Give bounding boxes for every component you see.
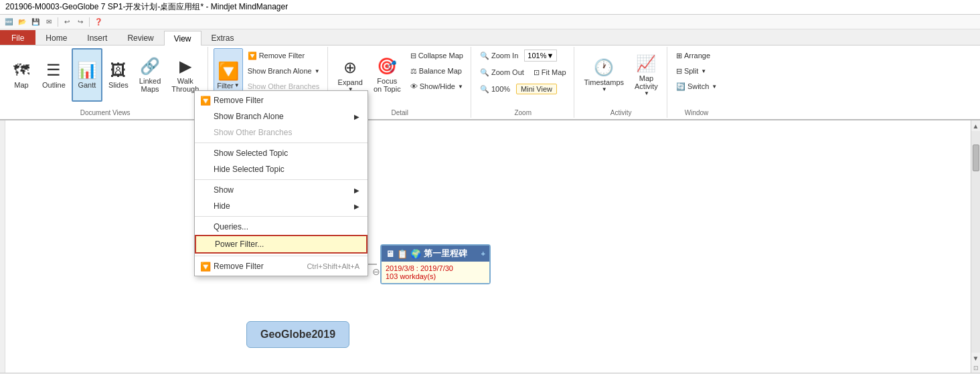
slides-icon: 🖼 (110, 61, 127, 80)
expand-label: Expand (338, 78, 363, 86)
timestamps-btn[interactable]: 🕐 Timestamps ▼ (580, 48, 629, 102)
filter-label-row: Filter ▼ (217, 82, 239, 90)
zoom-100-label: 100% (491, 85, 510, 93)
show-branch-alone-btn[interactable]: Show Branch Alone ▼ (244, 64, 323, 78)
zoom-content: 🔍 Zoom In 101% ▼ 🔍 Zoom Out ⊡ Fit Map (477, 48, 570, 108)
fit-map-icon: ⊡ (534, 68, 540, 77)
linked-maps-btn[interactable]: 🔗 LinkedMaps (135, 48, 165, 102)
qa-save-btn[interactable]: 💾 (29, 16, 42, 28)
menu-remove-filter-bottom-icon: 🔽 (200, 262, 211, 272)
arrange-btn[interactable]: ⊞ Arrange (673, 48, 720, 63)
task-node[interactable]: 🖥 📋 🌍 第一里程碑 + 2019/3/8 : 2019/7/30 103 w… (380, 244, 491, 284)
outline-btn[interactable]: ☰ Outline (37, 48, 70, 102)
map-activity-arrow: ▼ (644, 90, 649, 96)
tab-home[interactable]: Home (35, 30, 77, 45)
collapse-map-label: Collapse Map (418, 52, 463, 60)
zoom-in-btn[interactable]: 🔍 Zoom In (477, 48, 521, 63)
title-text: 201906-M0003-GeoGlobe 7 SP1-开发计划-桌面应用组* … (5, 1, 288, 13)
linked-maps-label: LinkedMaps (139, 77, 161, 93)
menu-queries[interactable]: Queries... (195, 219, 368, 235)
filter-label: Filter (217, 82, 233, 90)
menu-remove-filter-bottom-label: Remove Filter (214, 262, 264, 271)
detail-stack: ⊟ Collapse Map ⚖ Balance Map 👁 Show/Hide… (407, 48, 467, 94)
switch-btn[interactable]: 🔄 Switch ▼ (673, 79, 720, 94)
main-node-label: GeoGlobe2019 (260, 329, 335, 340)
tab-extras[interactable]: Extras (201, 30, 244, 45)
ribbon-tabs: File Home Insert Review View Extras (0, 29, 980, 45)
menu-remove-filter-top[interactable]: 🔽 Remove Filter (195, 92, 368, 108)
zoom-out-label: Zoom Out (491, 68, 524, 76)
ribbon-group-document-views: 🗺 Map ☰ Outline 📊 Gantt 🖼 Slides 🔗 Linke… (3, 47, 208, 118)
map-activity-icon: 📈 (636, 54, 656, 73)
qa-redo-btn[interactable]: ↪ (74, 16, 86, 28)
ribbon-group-zoom: 🔍 Zoom In 101% ▼ 🔍 Zoom Out ⊡ Fit Map (473, 47, 574, 118)
expand-icon: ⊕ (343, 58, 357, 77)
show-hide-btn[interactable]: 👁 Show/Hide ▼ (407, 79, 467, 94)
collapse-map-btn[interactable]: ⊟ Collapse Map (407, 48, 467, 63)
zoom-100-btn[interactable]: 🔍 100% (477, 82, 513, 96)
zoom-out-btn[interactable]: 🔍 Zoom Out (477, 65, 527, 80)
qa-send-btn[interactable]: ✉ (43, 16, 55, 28)
slides-label: Slides (108, 81, 129, 89)
split-btn[interactable]: ⊟ Split ▼ (673, 64, 720, 78)
menu-power-filter[interactable]: Power Filter... (195, 235, 368, 254)
show-hide-icon: 👁 (410, 82, 418, 90)
tab-view[interactable]: View (164, 31, 201, 45)
mini-view-btn[interactable]: Mini View (516, 84, 557, 94)
scroll-corner[interactable]: ⊡ (973, 363, 979, 373)
qa-new-btn[interactable]: 🆕 (3, 16, 15, 28)
map-btn[interactable]: 🗺 Map (7, 48, 36, 102)
gantt-btn[interactable]: 📊 Gantt (72, 48, 102, 102)
zoom-percent-arrow: ▼ (546, 52, 554, 60)
balance-map-icon: ⚖ (410, 67, 417, 76)
map-activity-label: MapActivity (635, 74, 658, 90)
qa-help-btn[interactable]: ❓ (92, 16, 104, 28)
walk-through-icon: ▶ (179, 57, 191, 76)
menu-remove-filter-bottom[interactable]: 🔽 Remove Filter Ctrl+Shift+Alt+A (195, 258, 368, 274)
menu-show[interactable]: Show ▶ (195, 182, 368, 198)
menu-sep-2 (195, 179, 368, 180)
menu-hide[interactable]: Hide ▶ (195, 198, 368, 214)
canvas[interactable]: GeoGlobe2019 ⊖ 🖥 📋 🌍 第一里程碑 + 2019/3/8 : … (5, 120, 971, 373)
focus-on-topic-btn[interactable]: 🎯 Focuson Topic (369, 48, 406, 102)
menu-show-branch-alone-arrow: ▶ (354, 113, 359, 120)
balance-map-btn[interactable]: ⚖ Balance Map (407, 64, 467, 78)
zoom-out-icon: 🔍 (480, 68, 489, 77)
tab-insert[interactable]: Insert (77, 30, 117, 45)
document-views-content: 🗺 Map ☰ Outline 📊 Gantt 🖼 Slides 🔗 Linke… (7, 48, 203, 108)
menu-hide-selected-topic[interactable]: Hide Selected Topic (195, 161, 368, 177)
menu-sep-3 (195, 216, 368, 217)
tab-review[interactable]: Review (117, 30, 163, 45)
tab-file[interactable]: File (0, 30, 35, 45)
menu-hide-arrow: ▶ (354, 203, 359, 210)
map-activity-btn[interactable]: 📈 MapActivity ▼ (630, 48, 663, 102)
show-hide-arrow: ▼ (458, 84, 463, 90)
scroll-track[interactable] (971, 131, 980, 353)
outline-icon: ☰ (46, 61, 61, 80)
show-hide-label: Show/Hide (420, 82, 455, 90)
qa-undo-btn[interactable]: ↩ (61, 16, 73, 28)
menu-show-label: Show (214, 185, 234, 195)
fit-map-btn[interactable]: ⊡ Fit Map (530, 65, 570, 80)
scroll-down-arrow[interactable]: ▼ (971, 353, 981, 363)
menu-remove-filter-shortcut: Ctrl+Shift+Alt+A (307, 262, 359, 270)
slides-btn[interactable]: 🖼 Slides (104, 48, 133, 102)
zoom-in-label: Zoom In (491, 52, 518, 60)
filter-dropdown-menu: 🔽 Remove Filter Show Branch Alone ▶ Show… (194, 90, 368, 276)
zoom-percent-value: 101% (527, 52, 546, 60)
scroll-thumb[interactable] (973, 145, 979, 171)
menu-show-other-branches[interactable]: Show Other Branches (195, 124, 368, 141)
menu-show-selected-topic[interactable]: Show Selected Topic (195, 145, 368, 161)
zoom-group-label: Zoom (477, 108, 570, 116)
scroll-up-arrow[interactable]: ▲ (971, 120, 981, 131)
zoom-percent-box[interactable]: 101% ▼ (524, 50, 557, 62)
right-scrollbar: ▲ ▼ ⊡ (971, 120, 980, 373)
qa-open-btn[interactable]: 📂 (16, 16, 28, 28)
focus-on-topic-icon: 🎯 (377, 57, 397, 76)
menu-show-branch-alone[interactable]: Show Branch Alone ▶ (195, 108, 368, 124)
window-group-label: Window (673, 108, 720, 116)
timestamps-icon: 🕐 (594, 58, 614, 77)
remove-filter-btn[interactable]: 🔽 Remove Filter (244, 48, 323, 63)
main-node[interactable]: GeoGlobe2019 (246, 321, 349, 348)
task-expand-icon: + (481, 250, 485, 258)
